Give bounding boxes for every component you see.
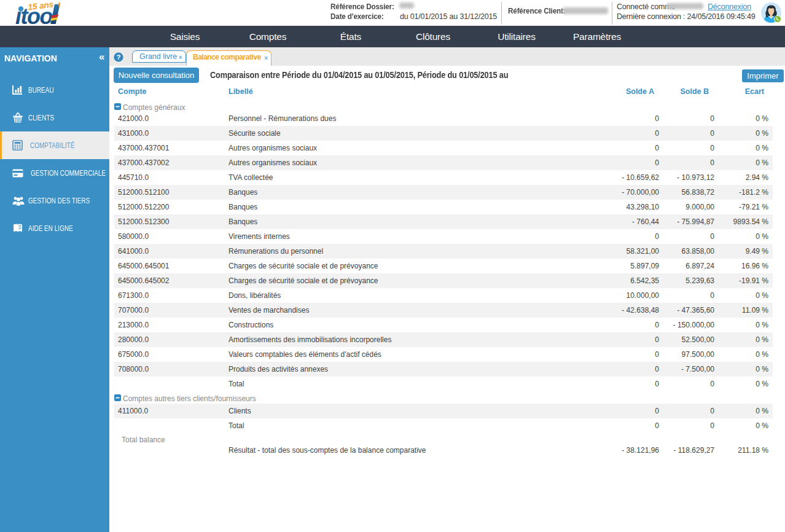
svg-text:?: ? bbox=[116, 53, 120, 61]
